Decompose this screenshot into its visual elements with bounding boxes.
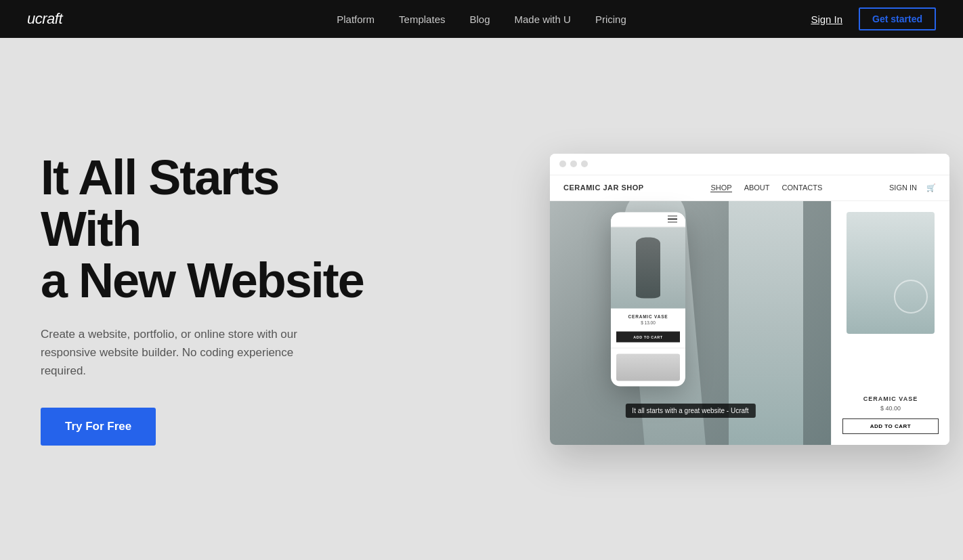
hero-content: It All Starts With a New Website Create …: [41, 152, 379, 445]
signin-button[interactable]: Sign In: [811, 14, 842, 25]
mobile-titlebar: [611, 212, 685, 227]
nav-link-templates[interactable]: Templates: [399, 14, 445, 25]
mobile-product-info: CERAMIC VASE $ 13.00 ADD TO CART: [611, 308, 685, 347]
site-tooltip: It all starts with a great website - Ucr…: [625, 404, 755, 418]
hero-section: It All Starts With a New Website Create …: [0, 38, 963, 560]
site-signin-label: SIGN IN: [889, 184, 917, 192]
nav-links: Platform Templates Blog Made with U Pric…: [337, 14, 626, 25]
product-name: CERAMIC VASE: [842, 395, 939, 402]
site-logo: CERAMIC JAR SHOP: [563, 184, 644, 192]
get-started-button[interactable]: Get started: [859, 7, 936, 30]
try-for-free-button[interactable]: Try For Free: [41, 408, 156, 446]
mobile-product-name: CERAMIC VASE: [616, 314, 680, 318]
nav-link-pricing[interactable]: Pricing: [595, 14, 626, 25]
mobile-small-image: [616, 353, 680, 381]
browser-dot-2: [570, 160, 577, 167]
mini-vase-illustration: [636, 237, 660, 298]
browser-mockup: CERAMIC JAR SHOP SHOP ABOUT CONTACTS SIG…: [550, 154, 949, 445]
browser-content: It all starts with a great website - Ucr…: [550, 201, 949, 445]
nav-link-made-with-u[interactable]: Made with U: [515, 14, 571, 25]
site-nav-about: ABOUT: [744, 184, 770, 192]
logo[interactable]: ucraft: [27, 10, 62, 28]
main-product-image: It all starts with a great website - Ucr…: [550, 201, 831, 445]
nav-link-blog[interactable]: Blog: [469, 14, 490, 25]
hero-visual: CERAMIC VASE $ 13.00 ADD TO CART CERAMIC…: [489, 154, 963, 445]
product-price: $ 40.00: [842, 405, 939, 412]
mobile-mockup: CERAMIC VASE $ 13.00 ADD TO CART: [611, 212, 685, 386]
browser-titlebar: [550, 154, 949, 175]
mobile-product-image: [611, 227, 685, 308]
site-nav-shop: SHOP: [710, 184, 731, 192]
add-to-cart-button[interactable]: ADD TO CART: [842, 418, 939, 434]
product-image-box: [847, 212, 935, 334]
navbar: ucraft Platform Templates Blog Made with…: [0, 0, 963, 38]
hero-subtitle: Create a website, portfolio, or online s…: [41, 325, 325, 381]
site-nav-links: SHOP ABOUT CONTACTS: [710, 184, 822, 192]
site-nav-right: SIGN IN 🛒: [889, 184, 936, 192]
browser-dot-1: [559, 160, 566, 167]
product-info: CERAMIC VASE $ 40.00 ADD TO CART: [842, 395, 939, 434]
product-panel: CERAMIC VASE $ 40.00 ADD TO CART: [831, 201, 949, 445]
hamburger-icon: [668, 215, 677, 223]
mobile-add-to-cart-button[interactable]: ADD TO CART: [616, 331, 680, 342]
cart-icon: 🛒: [926, 184, 936, 192]
nav-right: Sign In Get started: [811, 7, 936, 30]
hero-title: It All Starts With a New Website: [41, 152, 379, 306]
site-navbar: CERAMIC JAR SHOP SHOP ABOUT CONTACTS SIG…: [550, 175, 949, 201]
browser-dot-3: [581, 160, 588, 167]
mobile-bottom: [611, 347, 685, 386]
mobile-product-price: $ 13.00: [616, 320, 680, 324]
site-nav-contacts: CONTACTS: [782, 184, 823, 192]
nav-link-platform[interactable]: Platform: [337, 14, 374, 25]
browser-dots: [559, 160, 588, 167]
product-circle-decoration: [894, 280, 928, 314]
